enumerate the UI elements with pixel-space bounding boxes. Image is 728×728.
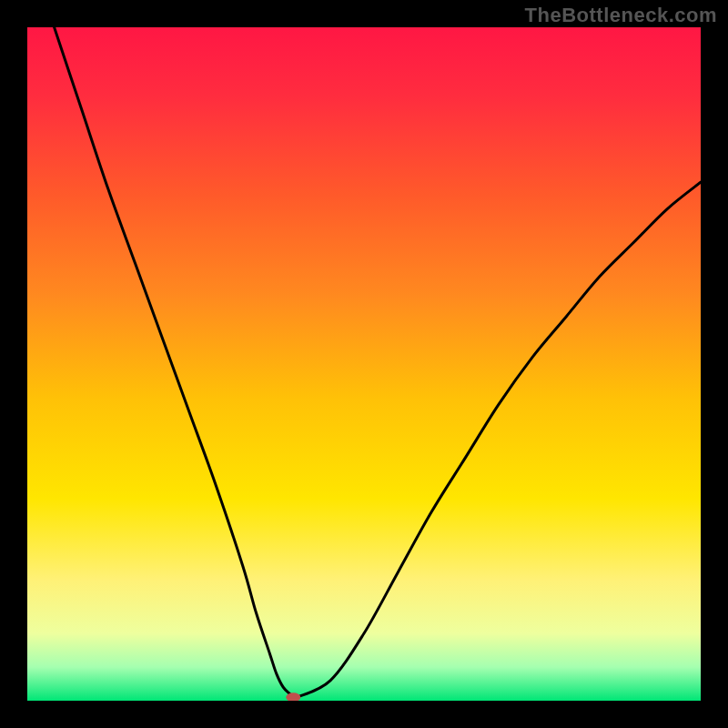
watermark-text: TheBottleneck.com	[525, 4, 717, 27]
chart-svg	[27, 27, 701, 701]
plot-area	[27, 27, 701, 701]
gradient-background	[27, 27, 701, 701]
chart-frame: TheBottleneck.com	[0, 0, 728, 728]
